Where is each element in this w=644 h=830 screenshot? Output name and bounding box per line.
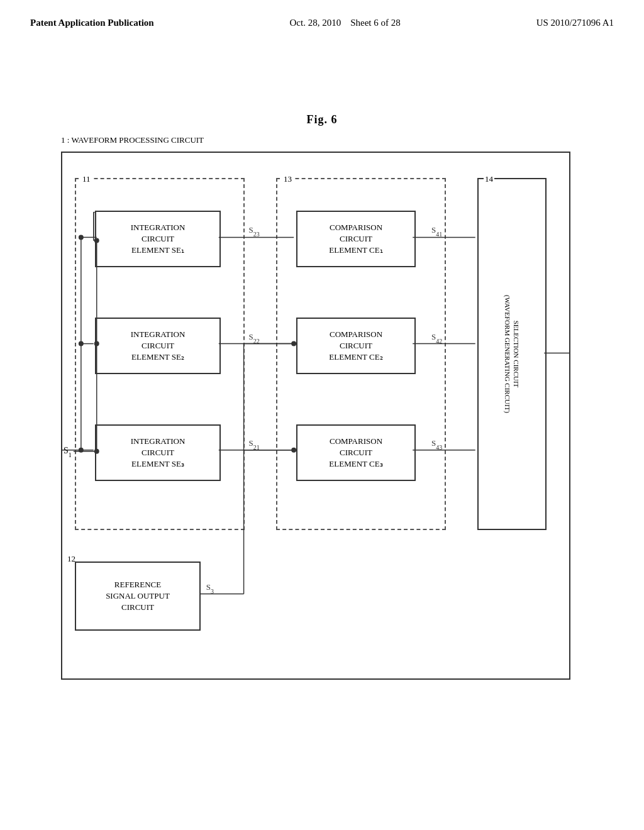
header-date-sheet: Oct. 28, 2010 Sheet 6 of 28 <box>290 18 401 28</box>
cmp2-line1: COMPARISON <box>330 329 382 339</box>
svg-text:S21: S21 <box>249 438 260 451</box>
ref-line3: CIRCUIT <box>121 602 154 612</box>
box-14-label: SELECTION CIRCUIT (WAVEFORM GENERATING C… <box>503 291 521 417</box>
outer-circuit-label: 1 : WAVEFORM PROCESSING CIRCUIT <box>61 135 204 145</box>
cmp1-line3: ELEMENT CE₁ <box>329 245 382 255</box>
box-14-selection: 14 SELECTION CIRCUIT (WAVEFORM GENERATIN… <box>477 178 547 530</box>
outer-box-waveform: 11 INTEGRATION CIRCUIT ELEMENT SE₁ INTEG… <box>61 152 570 680</box>
int1-line2: CIRCUIT <box>142 234 174 243</box>
svg-text:S23: S23 <box>249 225 260 238</box>
int2-line2: CIRCUIT <box>142 341 174 350</box>
cmp2-line2: CIRCUIT <box>340 341 372 350</box>
ref-line2: SIGNAL OUTPUT <box>106 591 170 600</box>
cmp1-line2: CIRCUIT <box>340 234 372 243</box>
int2-line1: INTEGRATION <box>131 329 186 339</box>
int-element-se3: INTEGRATION CIRCUIT ELEMENT SE₃ <box>95 424 221 481</box>
box-12-reference: REFERENCE SIGNAL OUTPUT CIRCUIT <box>75 562 201 631</box>
int1-line3: ELEMENT SE₁ <box>131 245 184 255</box>
svg-text:S3: S3 <box>206 582 214 595</box>
cmp3-line3: ELEMENT CE₃ <box>329 459 382 468</box>
int1-line1: INTEGRATION <box>131 223 186 232</box>
figure-container: Fig. 6 1 : WAVEFORM PROCESSING CIRCUIT 1… <box>38 113 606 699</box>
cmp3-line1: COMPARISON <box>330 436 382 446</box>
int3-line3: ELEMENT SE₃ <box>131 459 184 468</box>
svg-text:S22: S22 <box>249 332 260 345</box>
diagram-area: 1 : WAVEFORM PROCESSING CIRCUIT 11 INTEG… <box>55 133 589 699</box>
header-publication: Patent Application Publication <box>30 18 154 28</box>
cmp-element-ce1: COMPARISON CIRCUIT ELEMENT CE₁ <box>296 211 416 267</box>
page-header: Patent Application Publication Oct. 28, … <box>0 0 644 28</box>
figure-title: Fig. 6 <box>38 113 606 126</box>
int-element-se2: INTEGRATION CIRCUIT ELEMENT SE₂ <box>95 318 221 374</box>
cmp3-line2: CIRCUIT <box>340 448 372 457</box>
header-patent-num: US 2010/271096 A1 <box>536 18 614 28</box>
ref-line1: REFERENCE <box>114 580 161 589</box>
cmp1-line1: COMPARISON <box>330 223 382 232</box>
int2-line3: ELEMENT SE₂ <box>131 352 184 362</box>
cmp-element-ce3: COMPARISON CIRCUIT ELEMENT CE₃ <box>296 424 416 481</box>
int3-line2: CIRCUIT <box>142 448 174 457</box>
cmp2-line3: ELEMENT CE₂ <box>329 352 382 362</box>
box-12-num: 12 <box>67 554 75 564</box>
int-element-se1: INTEGRATION CIRCUIT ELEMENT SE₁ <box>95 211 221 267</box>
box-13-num: 13 <box>282 174 293 184</box>
box-11-integration: 11 INTEGRATION CIRCUIT ELEMENT SE₁ INTEG… <box>75 178 245 530</box>
box-14-num: 14 <box>484 174 494 184</box>
box-13-comparison: 13 COMPARISON CIRCUIT ELEMENT CE₁ COMPAR… <box>276 178 446 530</box>
box14-line2: (WAVEFORM GENERATING CIRCUIT) <box>504 295 511 413</box>
int3-line1: INTEGRATION <box>131 436 186 446</box>
cmp-element-ce2: COMPARISON CIRCUIT ELEMENT CE₂ <box>296 318 416 374</box>
box-11-num: 11 <box>81 174 92 184</box>
box14-line1: SELECTION CIRCUIT <box>513 321 520 388</box>
s1-label: S1 <box>64 446 72 458</box>
